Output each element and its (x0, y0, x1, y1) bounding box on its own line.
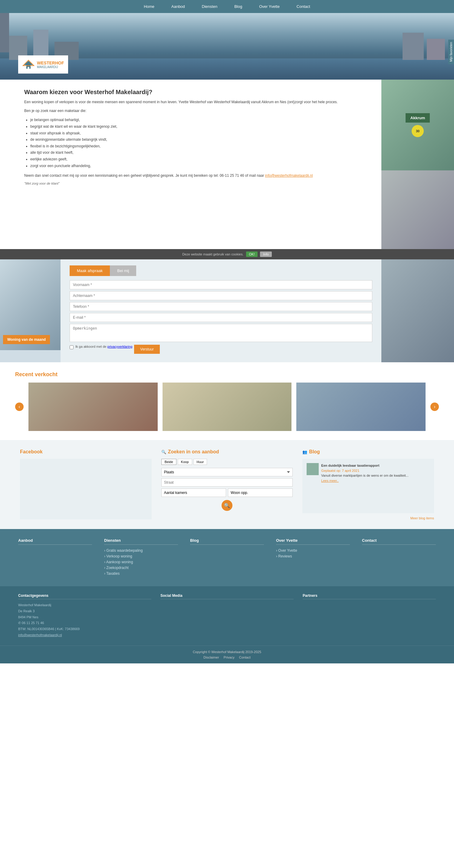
blog-item-title: Een duidelijk leesbaar taxatierapport (321, 463, 408, 468)
footer-aanbod-title: Aanbod (18, 538, 92, 545)
mijn-favoriten[interactable]: Mijn favorieten (448, 40, 454, 64)
search-magnifier-icon: 🔍 (224, 503, 230, 508)
tower-building (0, 13, 9, 52)
email-link[interactable]: info@westerhofmakelaardij.nl (265, 174, 313, 178)
search-filters: Beide Koop Huur (161, 459, 293, 465)
person-image (381, 170, 454, 249)
nav-contact[interactable]: Contact (288, 0, 319, 13)
search-title: Zoeken in ons aanbod (168, 449, 219, 455)
footer-blog-title: Blog (190, 538, 264, 545)
logo-icon (22, 58, 34, 70)
privacy-link[interactable]: privacyverklaring (108, 345, 132, 348)
cookie-ok-button[interactable]: OK! (246, 251, 258, 257)
footer-diensten-3[interactable]: Aankoop woning (104, 560, 178, 564)
tab-maak-afspraak[interactable]: Maak afspraak (70, 266, 110, 276)
search-panel: 🔍 Zoeken in ons aanbod Beide Koop Huur P… (156, 449, 298, 520)
contact-footer-link[interactable]: Contact (239, 655, 251, 659)
privacy-checkbox[interactable] (70, 345, 73, 349)
form-tabs: Maak afspraak Bei mij (70, 266, 372, 276)
footer-contact-details: Westerhof Makelaardij De Realk 3 8494 PM… (18, 602, 151, 638)
main-content: Waarom kiezen voor Westerhof Makelaardij… (0, 80, 454, 249)
bullet-2: begrijpt wat de klant wil en waar de kla… (30, 123, 366, 130)
appointment-form-area: Maak afspraak Bei mij Ik ga akkoord met … (61, 259, 381, 362)
footer-social-heading: Social Media (160, 593, 294, 599)
property-2 (162, 382, 292, 431)
lees-meer-link[interactable]: Lees meer.. (321, 479, 338, 483)
footer-diensten-4[interactable]: Zoekopdracht (104, 566, 178, 570)
footer-over-yvette-title: Over Yvette (276, 538, 350, 545)
footer-social-col: Social Media (160, 593, 294, 638)
privacy-text: Ik ga akkoord met de privacyverklaring (75, 345, 132, 348)
blog-title: Blog (309, 449, 320, 455)
blog-date: Geplaatst op: 7 april 2021 (321, 468, 408, 473)
nav-blog[interactable]: Blog (226, 0, 251, 13)
remarks-input[interactable] (70, 324, 372, 342)
property-1 (28, 382, 158, 431)
blog-panel: 👥 Blog Een duidelijk leesbaar taxatierap… (298, 449, 439, 520)
footer-contact-heading: Contactgegevens (18, 593, 151, 599)
phone-input[interactable] (70, 302, 372, 311)
straat-input[interactable] (161, 478, 293, 487)
footer-contact-title: Contact (362, 538, 436, 545)
footer-bottom: Contactgegevens Westerhof Makelaardij De… (0, 586, 454, 646)
bullet-4: de woningpresentatie uitermate belangrij… (30, 136, 366, 143)
footer-col-diensten: Diensten Gratis waardebepaling Verkoop w… (104, 538, 178, 577)
filter-huur[interactable]: Huur (193, 459, 207, 465)
search-button[interactable]: 🔍 (221, 500, 233, 511)
facebook-content (20, 459, 152, 519)
bullet-3: staat voor afspraak is afspraak, (30, 130, 366, 137)
privacy-footer-link[interactable]: Privacy (224, 655, 235, 659)
cookie-bar: Deze website maakt gebruik van cookies. … (0, 249, 454, 259)
plaats-select[interactable]: Plaats (161, 468, 293, 476)
about-title: Waarom kiezen voor Westerhof Makelaardij… (24, 89, 366, 96)
cookie-info-button[interactable]: Info (260, 251, 272, 257)
facebook-panel: Facebook (15, 449, 156, 520)
woning-badge: Woning van de maand (3, 335, 50, 344)
nav-over-yvette[interactable]: Over Yvette (251, 0, 288, 13)
disclaimer-link[interactable]: Disclaimer (203, 655, 219, 659)
next-arrow[interactable]: › (430, 403, 439, 411)
search-title-row: 🔍 Zoeken in ons aanbod (161, 449, 293, 455)
bullet-6: alle tijd voor de klant heeft, (30, 150, 366, 156)
footer-nav: Aanbod Diensten Gratis waardebepaling Ve… (0, 529, 454, 586)
footer-partners-col: Partners (303, 593, 436, 638)
svg-rect-3 (28, 67, 29, 69)
copyright-text: Copyright © Westerhof Makelaardij 2019-2… (4, 650, 450, 654)
about-section: Waarom kiezen voor Westerhof Makelaardij… (0, 80, 381, 249)
building-4 (402, 33, 424, 60)
nav-diensten[interactable]: Diensten (193, 0, 226, 13)
about-sub: Ben je op zoek naar een makelaar die: (24, 108, 366, 114)
nav-home[interactable]: Home (135, 0, 163, 13)
lastname-input[interactable] (70, 291, 372, 300)
footer-over-yvette-2[interactable]: Reviews (276, 554, 350, 558)
woon-select[interactable]: Woon opp. (228, 489, 293, 497)
search-btn-row: 🔍 (161, 500, 293, 511)
footer-over-yvette-1[interactable]: Over Yvette (276, 549, 350, 553)
filter-koop[interactable]: Koop (178, 459, 192, 465)
kamers-select[interactable]: Aantal kamers (161, 489, 226, 497)
footer-email[interactable]: info@westerhofmakelaardij.nl (18, 633, 62, 637)
appointment-right-image (381, 259, 454, 362)
footer-diensten-2[interactable]: Verkoop woning (104, 554, 178, 558)
appointment-left-image: Woning van de maand (0, 259, 61, 362)
meer-blog-link[interactable]: Meer blog items (302, 516, 434, 520)
hero-image: WESTERHOF MAKELAARDIJ Mijn favorieten (0, 13, 454, 80)
about-list: je belangen optimaal behartigt, begrijpt… (30, 117, 366, 169)
footer-diensten-5[interactable]: Taxaties (104, 571, 178, 576)
tab-bel-mij[interactable]: Bei mij (110, 266, 136, 276)
prev-arrow[interactable]: ‹ (15, 403, 24, 411)
footer-diensten-1[interactable]: Gratis waardebepaling (104, 549, 178, 553)
filter-beide[interactable]: Beide (161, 459, 177, 465)
side-images: Akkrum 30 (381, 80, 454, 249)
footer-col-contact: Contact (362, 538, 436, 577)
properties-row: ‹ › (15, 382, 439, 431)
footer-partners-heading: Partners (303, 593, 436, 599)
firstname-input[interactable] (70, 280, 372, 289)
nav-aanbod[interactable]: Aanbod (163, 0, 193, 13)
footer-col-over-yvette: Over Yvette Over Yvette Reviews (276, 538, 350, 577)
email-input[interactable] (70, 313, 372, 322)
about-intro: Een woning kopen of verkopen is voor de … (24, 99, 366, 105)
blog-icon: 👥 (302, 450, 307, 454)
blog-text: Een duidelijk leesbaar taxatierapport Ge… (321, 463, 408, 483)
submit-button[interactable]: Verstuur (134, 345, 160, 354)
